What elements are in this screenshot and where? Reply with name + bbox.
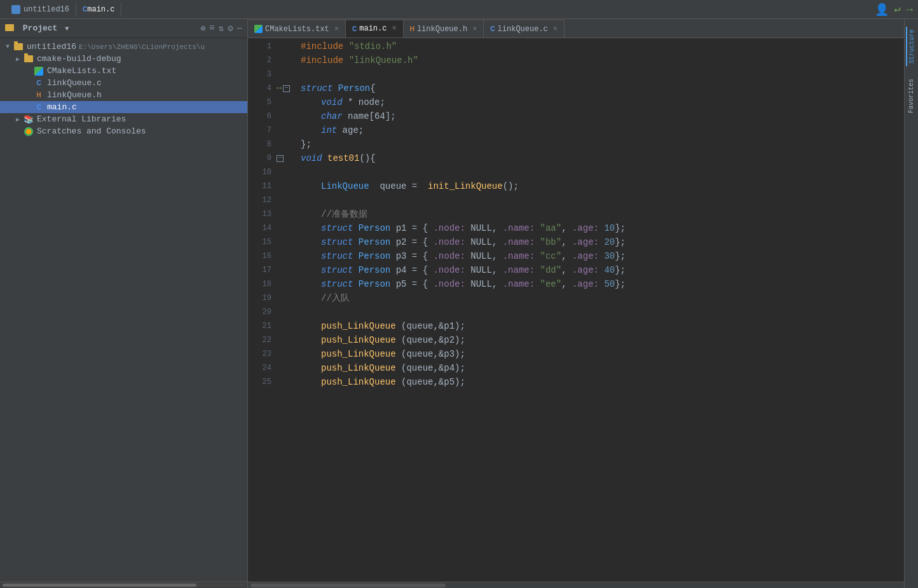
- str-ee: "ee": [540, 277, 562, 291]
- type-person-15: Person: [359, 235, 390, 249]
- title-tab-untitled16[interactable]: untitled16: [5, 3, 76, 17]
- code-line-4: struct Person{: [301, 81, 904, 95]
- expand-icon[interactable]: ⇅: [219, 23, 224, 34]
- ln-2: 2: [248, 53, 271, 67]
- line-numbers: 1 2 3 4 5 6 7 8 9 10 11 12 13 14 15 16 1…: [248, 38, 277, 582]
- code-line-12: [301, 193, 904, 207]
- gutter-14: [277, 221, 296, 235]
- close-sidebar-icon[interactable]: —: [237, 23, 242, 34]
- ln-17: 17: [248, 263, 271, 277]
- user-icon[interactable]: 👤: [875, 3, 889, 17]
- tree-label-linkqueue-h: linkQueue.h: [47, 90, 102, 100]
- tab-linkqueue-c[interactable]: C linkQueue.c ×: [484, 20, 565, 38]
- scroll-track[interactable]: [250, 584, 901, 587]
- code-line-6: char name[64];: [301, 109, 904, 123]
- code-line-25: push_LinkQueue (queue,&p5);: [301, 375, 904, 389]
- type-person-14: Person: [359, 221, 390, 235]
- field-node-14: .node:: [433, 221, 465, 235]
- h-file-icon: H: [33, 91, 45, 100]
- field-node-17: .node:: [433, 263, 465, 277]
- gutter-11: [277, 179, 296, 193]
- cmake-tab-icon: [254, 25, 263, 33]
- fn-init: init_LinkQueue: [428, 179, 503, 193]
- type-person-17: Person: [359, 263, 390, 277]
- kw-char: char: [321, 109, 343, 123]
- code-line-15: struct Person p2 = { .node: NULL, .name:…: [301, 235, 904, 249]
- field-age-16: .age:: [572, 249, 599, 263]
- gutter-7: [277, 123, 296, 137]
- c-file-icon: C: [83, 6, 87, 13]
- num-40: 40: [604, 263, 615, 277]
- project-folder-icon: [5, 24, 14, 31]
- tab-cmakelists[interactable]: CMakeLists.txt ×: [248, 20, 346, 38]
- tree-item-main-c[interactable]: C main.c: [0, 101, 247, 113]
- code-line-11: LinkQueue queue = init_LinkQueue();: [301, 179, 904, 193]
- ln-7: 7: [248, 123, 271, 137]
- kw-struct-18: struct: [321, 277, 353, 291]
- ln-14: 14: [248, 221, 271, 235]
- cmake-icon: [33, 67, 45, 76]
- tab-label-cmakelists: CMakeLists.txt: [265, 25, 329, 34]
- editor-area: CMakeLists.txt × C main.c × H linkQueue.…: [248, 19, 904, 588]
- gutter-19: [277, 291, 296, 305]
- tree-item-external[interactable]: ▶ 📚 External Libraries: [0, 113, 247, 125]
- structure-panel-tab[interactable]: Structure: [906, 27, 917, 66]
- tab-main-c[interactable]: C main.c ×: [346, 20, 404, 38]
- ln-6: 6: [248, 109, 271, 123]
- fold-icon-4[interactable]: −: [283, 85, 290, 92]
- sidebar-scrollbar[interactable]: [0, 582, 247, 588]
- scroll-thumb[interactable]: [250, 584, 446, 587]
- ln-10: 10: [248, 165, 271, 179]
- ln-5: 5: [248, 95, 271, 109]
- main-layout: Project ▼ ⊕ ≡ ⇅ ⚙ — ▼ untitled16 E:\User…: [0, 19, 918, 588]
- field-age-18: .age:: [572, 277, 599, 291]
- ln-13: 13: [248, 207, 271, 221]
- field-name-17: .name:: [503, 263, 535, 277]
- field-node-16: .node:: [433, 249, 465, 263]
- code-content[interactable]: #include "stdio.h" #include "linkQueue.h…: [296, 38, 904, 582]
- close-tab-lqc[interactable]: ×: [553, 25, 558, 34]
- ln-23: 23: [248, 347, 271, 361]
- expand-arrow-ext: ▶: [13, 116, 23, 123]
- ln-9: 9: [248, 151, 271, 165]
- title-bar-controls: 👤 ↩ →: [875, 3, 913, 17]
- gutter-18: [277, 277, 296, 291]
- fn-push-25: push_LinkQueue: [321, 375, 396, 389]
- tree-item-linkqueue-h[interactable]: H linkQueue.h: [0, 89, 247, 101]
- code-line-2: #include "linkQueue.h": [301, 53, 904, 67]
- folder-icon-cmake: [23, 55, 34, 64]
- locate-icon[interactable]: ⊕: [200, 23, 205, 34]
- tree-item-linkqueue-c[interactable]: C linkQueue.c: [0, 77, 247, 89]
- close-tab-cmakelists[interactable]: ×: [334, 25, 339, 34]
- tree-item-untitled16[interactable]: ▼ untitled16 E:\Users\ZHENG\CLionProject…: [0, 41, 247, 53]
- fn-push-24: push_LinkQueue: [321, 361, 396, 375]
- title-tab-main[interactable]: C main.c: [76, 3, 121, 17]
- tree-label-cmakelists: CMakeLists.txt: [47, 66, 116, 76]
- kw-void-5: void: [321, 95, 343, 109]
- tree-item-scratches[interactable]: Scratches and Consoles: [0, 125, 247, 137]
- bottom-scrollbar[interactable]: [248, 582, 904, 588]
- tree-item-cmake-build[interactable]: ▶ cmake-build-debug: [0, 53, 247, 65]
- close-tab-lqh[interactable]: ×: [472, 25, 477, 34]
- nav-back-icon[interactable]: ↩: [894, 3, 901, 17]
- tree-item-cmakelists[interactable]: CMakeLists.txt: [0, 65, 247, 77]
- code-line-24: push_LinkQueue (queue,&p4);: [301, 361, 904, 375]
- kw-struct-15: struct: [321, 235, 353, 249]
- close-tab-main[interactable]: ×: [392, 24, 396, 33]
- dropdown-arrow[interactable]: ▼: [65, 25, 69, 32]
- gutter-23: [277, 347, 296, 361]
- kw-struct-16: struct: [321, 249, 353, 263]
- field-age-14: .age:: [572, 221, 599, 235]
- code-line-21: push_LinkQueue (queue,&p1);: [301, 319, 904, 333]
- gutter-4: ↔ −: [277, 81, 296, 95]
- fold-icon-9[interactable]: −: [277, 155, 284, 162]
- favorites-panel-tab[interactable]: Favorites: [907, 76, 916, 116]
- scratch-icon: [23, 127, 34, 136]
- sidebar-toolbar: Project ▼ ⊕ ≡ ⇅ ⚙ —: [0, 19, 247, 38]
- tab-linkqueue-h[interactable]: H linkQueue.h ×: [404, 20, 484, 38]
- settings-icon[interactable]: ⚙: [228, 23, 233, 34]
- code-editor[interactable]: 1 2 3 4 5 6 7 8 9 10 11 12 13 14 15 16 1…: [248, 38, 904, 582]
- str-stdio: "stdio.h": [349, 39, 397, 53]
- collapse-icon[interactable]: ≡: [209, 23, 214, 34]
- nav-forward-icon[interactable]: →: [906, 3, 913, 16]
